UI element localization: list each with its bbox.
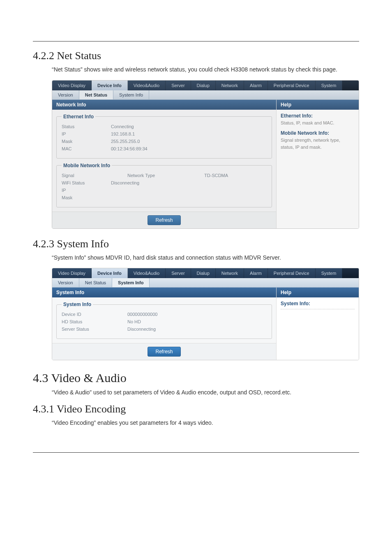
tab-alarm[interactable]: Alarm	[244, 268, 268, 278]
mob-mask-label: Mask	[62, 195, 111, 200]
help-mob-title: Mobile Network Info:	[281, 130, 355, 136]
screenshot-system-info: Video Display Device Info Video&Audio Se…	[52, 268, 359, 360]
tab-peripheral-device[interactable]: Peripheral Device	[268, 268, 316, 278]
mob-wifi-value: Disconnecting	[111, 180, 139, 185]
screenshot-net-status: Video Display Device Info Video&Audio Se…	[52, 80, 359, 229]
tab-device-info[interactable]: Device Info	[92, 81, 128, 90]
heading-4-3-1: 4.3.1 Video Encoding	[33, 403, 359, 415]
help-header-2: Help	[277, 288, 359, 297]
heading-4-2-2: 4.2.2 Net Status	[33, 50, 359, 62]
subtab-net-status[interactable]: Net Status	[79, 278, 112, 287]
mob-nettype-value: TD-SCDMA	[204, 173, 228, 178]
eth-mask-value: 255.255.255.0	[111, 139, 140, 144]
tab-system[interactable]: System	[316, 268, 343, 278]
sub-tab-bar-2: Version Net Status System Info	[52, 278, 359, 288]
tab-filler	[342, 81, 359, 90]
ethernet-info-group: Ethernet Info StatusConnecting IP192.168…	[56, 114, 272, 159]
eth-ip-label: IP	[62, 131, 111, 136]
tab-device-info[interactable]: Device Info	[92, 268, 128, 278]
help-mob-text: Signal strength, network type, status, I…	[281, 137, 355, 150]
help-divider	[281, 309, 355, 309]
tab-filler	[342, 268, 359, 278]
eth-mac-label: MAC	[62, 146, 111, 151]
help-eth-title: Ethernet Info:	[281, 113, 355, 119]
tab-video-audio[interactable]: Video&Audio	[128, 81, 166, 90]
ethernet-legend: Ethernet Info	[62, 114, 95, 120]
para-4-3-1: “Video Encoding” enables you set paramet…	[52, 419, 359, 428]
main-tab-bar: Video Display Device Info Video&Audio Se…	[52, 81, 359, 90]
mob-nettype-label: Network Type	[127, 173, 155, 178]
help-header: Help	[277, 100, 359, 110]
panel-title-system-info: System Info	[52, 288, 276, 297]
mob-signal-label: Signal	[62, 173, 111, 178]
mob-wifi-label: WiFi Status	[62, 180, 111, 185]
tab-video-audio[interactable]: Video&Audio	[128, 268, 166, 278]
tab-video-display[interactable]: Video Display	[52, 268, 92, 278]
device-id-label: Device ID	[62, 312, 127, 317]
top-rule	[33, 41, 359, 41]
refresh-button[interactable]: Refresh	[148, 215, 180, 225]
subtab-version[interactable]: Version	[52, 278, 79, 287]
sub-tab-bar: Version Net Status System Info	[52, 90, 359, 100]
help-eth-text: Status, IP, mask and MAC.	[281, 120, 355, 127]
tab-dialup[interactable]: Dialup	[191, 81, 216, 90]
tab-dialup[interactable]: Dialup	[191, 268, 216, 278]
hd-status-value: No HD	[127, 319, 141, 324]
eth-status-label: Status	[62, 124, 111, 129]
tab-network[interactable]: Network	[216, 81, 244, 90]
system-info-legend: System Info	[62, 302, 93, 307]
server-status-value: Disconnecting	[127, 327, 156, 332]
button-row-2: Refresh	[52, 343, 276, 360]
tab-alarm[interactable]: Alarm	[244, 81, 268, 90]
tab-server[interactable]: Server	[166, 81, 191, 90]
para-4-2-3: “System Info” shows MDVR ID, hard disk s…	[52, 253, 359, 263]
subtab-version[interactable]: Version	[52, 90, 79, 99]
mobile-legend: Mobile Network Info	[62, 163, 112, 168]
hd-status-label: HD Status	[62, 319, 127, 324]
para-4-2-2: “Net Status” shows wire and wireless net…	[52, 65, 359, 74]
tab-network[interactable]: Network	[216, 268, 244, 278]
bottom-rule	[33, 452, 359, 453]
tab-video-display[interactable]: Video Display	[52, 81, 92, 90]
refresh-button[interactable]: Refresh	[148, 347, 180, 357]
document-page: 4.2.2 Net Status “Net Status” shows wire…	[0, 0, 392, 555]
subtab-system-info[interactable]: System Info	[112, 278, 150, 287]
eth-ip-value: 192.168.8.1	[111, 131, 135, 136]
subtab-net-status[interactable]: Net Status	[79, 90, 113, 99]
device-id-value: 000000000000	[127, 312, 157, 317]
mobile-info-group: Mobile Network Info Signal Network Type …	[56, 163, 272, 207]
main-tab-bar-2: Video Display Device Info Video&Audio Se…	[52, 268, 359, 278]
panel-title-network-info: Network Info	[52, 100, 276, 110]
eth-mac-value: 00:12:34:56:89:34	[111, 146, 148, 151]
button-row: Refresh	[52, 212, 276, 228]
tab-peripheral-device[interactable]: Peripheral Device	[268, 81, 316, 90]
mob-ip-label: IP	[62, 188, 111, 193]
heading-4-3: 4.3 Video & Audio	[33, 371, 359, 385]
server-status-label: Server Status	[62, 327, 127, 332]
tab-server[interactable]: Server	[166, 268, 191, 278]
help-sys-title: System Info:	[281, 301, 355, 306]
heading-4-2-3: 4.2.3 System Info	[33, 238, 359, 250]
tab-system[interactable]: System	[316, 81, 343, 90]
para-4-3: “Video & Audio” used to set parameters o…	[52, 388, 359, 397]
eth-mask-label: Mask	[62, 139, 111, 144]
system-info-group: System Info Device ID000000000000 HD Sta…	[56, 302, 272, 339]
eth-status-value: Connecting	[111, 124, 134, 129]
subtab-system-info[interactable]: System Info	[113, 90, 149, 99]
